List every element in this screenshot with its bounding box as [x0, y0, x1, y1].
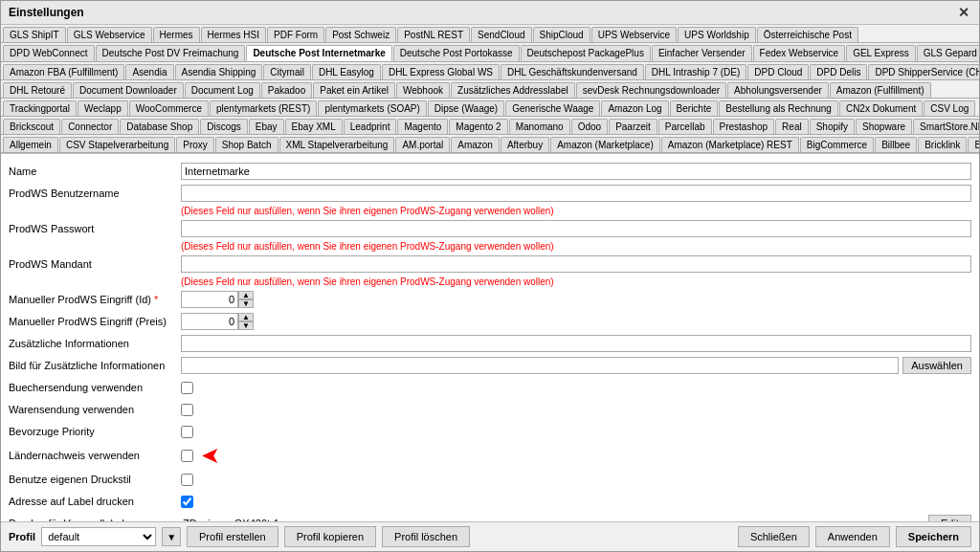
tab-real[interactable]: Real	[775, 119, 809, 134]
manual-prodws-id-up[interactable]: ▲	[238, 291, 254, 299]
laendernachweis-checkbox[interactable]	[181, 450, 193, 462]
tab-prestashop[interactable]: Prestashop	[713, 119, 775, 134]
tab-dhl-geschaeftskunden[interactable]: DHL Geschäftskundenversand	[501, 64, 644, 79]
tab-deutsche-post-internetmarke[interactable]: Deutsche Post Internetmarke	[246, 45, 391, 61]
prodws-username-input[interactable]	[181, 185, 971, 202]
tab-allgemein[interactable]: Allgemein	[3, 137, 58, 152]
tab-amazon-fba[interactable]: Amazon FBA (Fulfillment)	[3, 64, 124, 79]
tab-xml-stapel[interactable]: XML Stapelverarbeitung	[279, 137, 395, 152]
profile-dropdown-arrow[interactable]: ▼	[162, 527, 181, 546]
tab-amazon-marketplace-rest[interactable]: Amazon (Marketplace) REST	[661, 137, 799, 152]
tab-gls-webservice[interactable]: GLS Webservice	[67, 27, 152, 42]
tab-asendia-shipping[interactable]: Asendia Shipping	[175, 64, 263, 79]
tab-citymail[interactable]: Citymail	[263, 64, 311, 79]
save-button[interactable]: Speichern	[896, 526, 971, 547]
tab-gel-express[interactable]: GEL Express	[846, 45, 916, 61]
manual-prodws-id-down[interactable]: ▼	[238, 299, 254, 308]
delete-profile-button[interactable]: Profil löschen	[382, 526, 470, 547]
tab-shopify[interactable]: Shopify	[810, 119, 855, 134]
adresse-checkbox[interactable]	[181, 496, 193, 508]
bevorzuge-priority-checkbox[interactable]	[181, 426, 193, 438]
tab-deutsche-post-dv[interactable]: Deutsche Post DV Freimachung	[96, 45, 246, 61]
tab-dhl-express-global[interactable]: DHL Express Global WS	[382, 64, 500, 79]
tab-amazon-log[interactable]: Amazon Log	[601, 100, 668, 116]
tab-dipse-waage[interactable]: Dipse (Waage)	[428, 100, 504, 116]
warensendung-checkbox[interactable]	[181, 404, 193, 416]
tab-generische-waage[interactable]: Generische Waage	[505, 100, 600, 116]
tab-dhl-easylog[interactable]: DHL Easylog	[312, 64, 381, 79]
tab-document-log[interactable]: Document Log	[185, 82, 260, 98]
tab-bigcommerce[interactable]: BigCommerce	[800, 137, 874, 152]
tab-cn2x-dokument[interactable]: CN2x Dokument	[839, 100, 923, 116]
tab-fedex-webservice[interactable]: Fedex Webservice	[753, 45, 846, 61]
tab-paket-ein-artikel[interactable]: Paket ein Artikel	[313, 82, 395, 98]
name-input[interactable]	[181, 163, 971, 180]
tab-magento-2[interactable]: Magento 2	[449, 119, 507, 134]
tab-deutschepost-packageplus[interactable]: Deutschepost PackagePlus	[521, 45, 651, 61]
tab-postnl-rest[interactable]: PostNL REST	[397, 27, 470, 42]
tab-amazon[interactable]: Amazon	[451, 137, 500, 152]
tab-plentymarkets-soap[interactable]: plentymarkets (SOAP)	[318, 100, 426, 116]
tab-proxy[interactable]: Proxy	[176, 137, 214, 152]
additional-info-input[interactable]	[181, 335, 971, 352]
tab-dhl-retoure[interactable]: DHL Retouré	[3, 82, 72, 98]
tab-deutsche-post-portokasse[interactable]: Deutsche Post Portokasse	[393, 45, 520, 61]
tab-ups-webservice[interactable]: UPS Webservice	[591, 27, 677, 42]
tab-amazon-marketplace[interactable]: Amazon (Marketplace)	[550, 137, 660, 152]
tab-brickscout[interactable]: Brickscout	[3, 119, 60, 134]
tab-pakadoo[interactable]: Pakadoo	[261, 82, 312, 98]
tab-asendia[interactable]: Asendia	[125, 64, 173, 79]
tab-trackingportal[interactable]: Trackingportal	[3, 100, 77, 116]
tab-afterbuy[interactable]: Afterbuy	[501, 137, 549, 152]
tab-discogs[interactable]: Discogs	[200, 119, 248, 134]
tab-gls-shipit[interactable]: GLS ShipIT	[3, 27, 66, 42]
apply-button[interactable]: Anwenden	[815, 526, 890, 547]
tab-dpd-webconnect[interactable]: DPD WebConnect	[3, 45, 95, 61]
tab-shipcloud[interactable]: ShipCloud	[533, 27, 590, 42]
tab-hermes-hsi[interactable]: Hermes HSI	[201, 27, 266, 42]
tab-post-schweiz[interactable]: Post Schweiz	[325, 27, 396, 42]
manual-prodws-price-input[interactable]	[181, 313, 238, 330]
manual-prodws-price-down[interactable]: ▼	[238, 321, 254, 330]
tab-ebay-xml[interactable]: Ebay XML	[285, 119, 343, 134]
tab-pdf-form[interactable]: PDF Form	[267, 27, 324, 42]
tab-paarzeit[interactable]: Paarzeit	[609, 119, 657, 134]
tab-osterreichische-post[interactable]: Österreichische Post	[757, 27, 858, 42]
tab-csv-log[interactable]: CSV Log	[924, 100, 975, 116]
tab-magento[interactable]: Magento	[397, 119, 448, 134]
tab-dhl-intraship[interactable]: DHL Intraship 7 (DE)	[645, 64, 746, 79]
tab-document-downloader[interactable]: Document Downloader	[73, 82, 184, 98]
drucker-edit-button[interactable]: Edit	[928, 515, 971, 521]
create-profile-button[interactable]: Profil erstellen	[187, 526, 278, 547]
tab-manomano[interactable]: Manomano	[509, 119, 570, 134]
tab-woocommerce[interactable]: WooCommerce	[129, 100, 209, 116]
tab-leadprint[interactable]: Leadprint	[344, 119, 397, 134]
tab-shopware[interactable]: Shopware	[856, 119, 912, 134]
copy-profile-button[interactable]: Profil kopieren	[284, 526, 376, 547]
tab-bestellung-als-rechnung[interactable]: Bestellung als Rechnung	[719, 100, 838, 116]
tab-plentymarkets-rest[interactable]: plentymarkets (REST)	[210, 100, 317, 116]
tab-berichte[interactable]: Berichte	[670, 100, 719, 116]
tab-ebay[interactable]: Ebay	[249, 119, 284, 134]
tab-connector[interactable]: Connector	[61, 119, 119, 134]
tab-dpd-cloud[interactable]: DPD Cloud	[747, 64, 809, 79]
buechersendung-checkbox[interactable]	[181, 382, 193, 394]
tab-shop-batch[interactable]: Shop Batch	[215, 137, 278, 152]
profile-select[interactable]: default	[41, 527, 156, 546]
tab-abholungsversender[interactable]: Abholungsversender	[727, 82, 829, 98]
tab-dpd-shipperservice[interactable]: DPD ShipperService (CH)	[868, 64, 979, 79]
prodws-password-input[interactable]	[181, 220, 971, 237]
tab-brickow[interactable]: Brickow	[968, 137, 979, 152]
bild-input[interactable]	[181, 357, 899, 374]
tab-webhook[interactable]: Webhook	[396, 82, 450, 98]
tab-csv-stapel[interactable]: CSV Stapelverarbeitung	[59, 137, 175, 152]
close-button[interactable]: Schließen	[738, 526, 810, 547]
tab-am-portal[interactable]: AM.portal	[395, 137, 450, 152]
tab-bricklink[interactable]: Bricklink	[918, 137, 967, 152]
tab-ups-worldship[interactable]: UPS Worldship	[678, 27, 756, 42]
prodws-mandant-input[interactable]	[181, 255, 971, 273]
manual-prodws-id-input[interactable]	[181, 291, 238, 308]
tab-zusatzliches-addresslabel[interactable]: Zusätzliches Addresslabel	[451, 82, 575, 98]
tab-weclapp[interactable]: Weclapp	[78, 100, 128, 116]
close-icon[interactable]: ✕	[956, 5, 971, 20]
